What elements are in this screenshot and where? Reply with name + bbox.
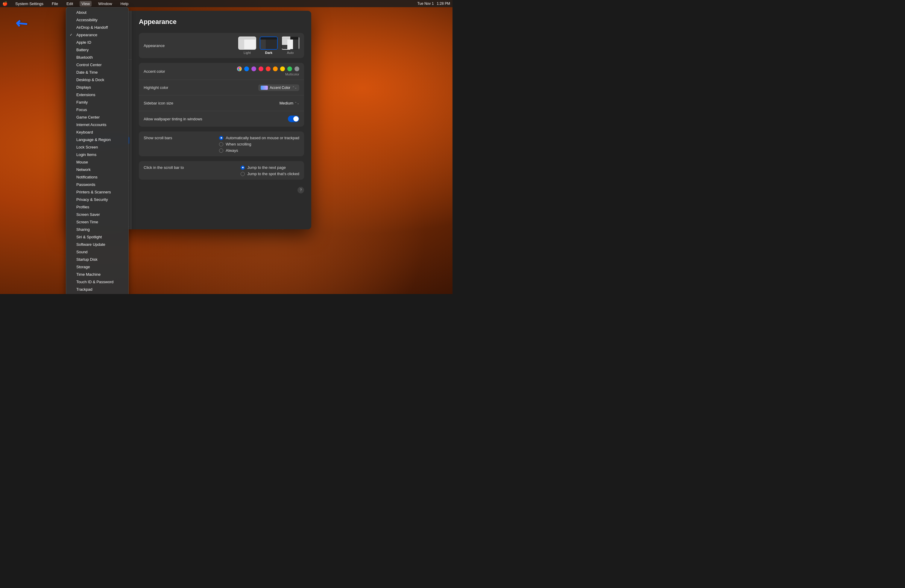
menubar: 🍎 System Settings File Edit View Window … [0, 0, 452, 7]
menu-window[interactable]: Window [96, 1, 114, 6]
view-menu-label-family: Family [76, 100, 88, 105]
wallpaper-tinting-toggle[interactable] [288, 116, 299, 122]
view-menu-item-extensions[interactable]: Extensions [66, 91, 129, 99]
view-menu-item-sharing[interactable]: Sharing [66, 226, 129, 233]
view-menu-item-bluetooth[interactable]: Bluetooth [66, 54, 129, 61]
appearance-row-label: Appearance [144, 43, 238, 48]
view-menu-item-apple-id[interactable]: Apple ID [66, 39, 129, 46]
view-menu-item-network[interactable]: Network [66, 166, 129, 173]
view-menu-item-airdrop[interactable]: AirDrop & Handoff [66, 24, 129, 31]
appearance-auto[interactable]: Auto [281, 37, 299, 54]
view-menu-item-passwords[interactable]: Passwords [66, 181, 129, 188]
help-button[interactable]: ? [297, 187, 304, 194]
view-menu-item-storage[interactable]: Storage [66, 263, 129, 271]
view-menu-item-appearance[interactable]: ✓ Appearance [66, 31, 129, 39]
menu-file[interactable]: File [50, 1, 60, 6]
scroll-bars-options: Automatically based on mouse or trackpad… [219, 136, 299, 153]
view-menu-item-family[interactable]: Family [66, 99, 129, 106]
apple-logo-icon[interactable]: 🍎 [2, 1, 8, 6]
dark-thumb-sidebar [260, 40, 266, 50]
accent-yellow[interactable] [280, 67, 285, 71]
highlight-color-label: Highlight color [144, 85, 258, 90]
view-menu-item-printers[interactable]: Printers & Scanners [66, 188, 129, 196]
view-menu-item-touch-id[interactable]: Touch ID & Password [66, 278, 129, 286]
view-menu-item-notifications[interactable]: Notifications [66, 173, 129, 181]
accent-graphite[interactable] [294, 67, 299, 71]
view-menu-label-game-center: Game Center [76, 115, 100, 119]
accent-red[interactable] [266, 67, 270, 71]
scroll-bars-scrolling[interactable]: When scrolling [219, 142, 299, 146]
menu-edit[interactable]: Edit [65, 1, 75, 6]
auto-thumb-content [282, 40, 298, 50]
view-menu-item-screen-time[interactable]: Screen Time [66, 218, 129, 226]
view-menu-item-mouse[interactable]: Mouse [66, 158, 129, 166]
radio-scrolling-circle [219, 142, 223, 146]
view-menu-item-desktop-dock[interactable]: Desktop & Dock [66, 76, 129, 84]
appearance-dark[interactable]: Dark [260, 37, 278, 54]
view-menu-label-lock-screen: Lock Screen [76, 145, 98, 149]
view-menu-item-game-center[interactable]: Game Center [66, 113, 129, 121]
click-scroll-spot[interactable]: Jump to the spot that's clicked [241, 172, 299, 176]
highlight-color-select[interactable]: Accent Color ⌃⌄ [258, 84, 299, 91]
accent-purple[interactable] [251, 67, 256, 71]
accent-color-row: Accent color Multicolor [139, 63, 304, 80]
menu-view[interactable]: View [79, 1, 92, 6]
view-menu-label-internet-accounts: Internet Accounts [76, 122, 106, 127]
view-menu-item-trackpad[interactable]: Trackpad [66, 286, 129, 293]
light-thumb[interactable] [238, 37, 256, 50]
accent-blue[interactable] [244, 67, 249, 71]
view-menu-item-displays[interactable]: Displays [66, 84, 129, 91]
accent-multicolor[interactable] [237, 67, 242, 71]
view-menu-label-apple-id: Apple ID [76, 40, 91, 44]
sidebar-icon-size-dropdown[interactable]: Medium ⌃⌄ [279, 101, 299, 105]
view-menu-label-storage: Storage [76, 265, 90, 269]
view-menu-item-focus[interactable]: Focus [66, 106, 129, 113]
menu-system-settings[interactable]: System Settings [13, 1, 45, 6]
accent-orange[interactable] [273, 67, 278, 71]
view-menu-item-control-center[interactable]: Control Center [66, 61, 129, 68]
sidebar-icon-size-arrow: ⌃⌄ [294, 102, 299, 105]
view-menu-item-privacy[interactable]: Privacy & Security [66, 196, 129, 203]
appearance-light[interactable]: Light [238, 37, 256, 54]
view-menu-label-software-update: Software Update [76, 242, 105, 247]
view-menu-label-appearance: Appearance [76, 33, 97, 37]
view-menu-item-startup-disk[interactable]: Startup Disk [66, 256, 129, 263]
dark-thumb-main [266, 40, 277, 50]
view-menu-item-sound[interactable]: Sound [66, 248, 129, 256]
view-menu-item-internet-accounts[interactable]: Internet Accounts [66, 121, 129, 129]
view-menu-item-about[interactable]: About [66, 9, 129, 16]
view-menu-label-network: Network [76, 167, 90, 172]
menu-help[interactable]: Help [119, 1, 130, 6]
click-scroll-next-page[interactable]: Jump to the next page [241, 165, 299, 170]
appearance-row: Appearance Light [139, 33, 304, 58]
view-menu-item-language-region[interactable]: Language & Region [66, 136, 129, 143]
view-menu-label-language-region: Language & Region [76, 137, 111, 142]
view-menu-item-lock-screen[interactable]: Lock Screen [66, 143, 129, 151]
view-menu-item-login-items[interactable]: Login Items [66, 151, 129, 158]
view-menu-item-transfer-reset[interactable]: Transfer or Reset [66, 293, 129, 294]
view-menu-item-accessibility[interactable]: Accessibility [66, 16, 129, 24]
view-menu-item-software-update[interactable]: Software Update [66, 241, 129, 248]
click-scroll-options: Jump to the next page Jump to the spot t… [241, 165, 299, 176]
highlight-value: Accent Color [270, 86, 290, 90]
radio-next-page-circle [241, 165, 245, 170]
view-menu-item-profiles[interactable]: Profiles [66, 203, 129, 211]
view-menu-item-screen-saver[interactable]: Screen Saver [66, 211, 129, 218]
view-menu-item-date-time[interactable]: Date & Time [66, 68, 129, 76]
view-menu-item-siri[interactable]: Siri & Spotlight [66, 233, 129, 241]
view-menu-item-keyboard[interactable]: Keyboard [66, 129, 129, 136]
help-container: ? [139, 184, 304, 194]
scroll-bars-auto[interactable]: Automatically based on mouse or trackpad [219, 136, 299, 140]
menubar-left: 🍎 System Settings File Edit View Window … [2, 1, 130, 6]
view-menu-label-about: About [76, 10, 86, 15]
dark-thumb[interactable] [260, 37, 278, 50]
accent-green[interactable] [287, 67, 292, 71]
accent-pink[interactable] [259, 67, 264, 71]
dark-label: Dark [265, 51, 272, 54]
view-menu-item-battery[interactable]: Battery [66, 46, 129, 54]
view-menu-item-time-machine[interactable]: Time Machine [66, 271, 129, 278]
radio-spot-circle [241, 172, 245, 176]
scroll-bars-always[interactable]: Always [219, 148, 299, 153]
auto-thumb[interactable] [281, 37, 299, 50]
scroll-bars-section: Show scroll bars Automatically based on … [139, 132, 304, 156]
